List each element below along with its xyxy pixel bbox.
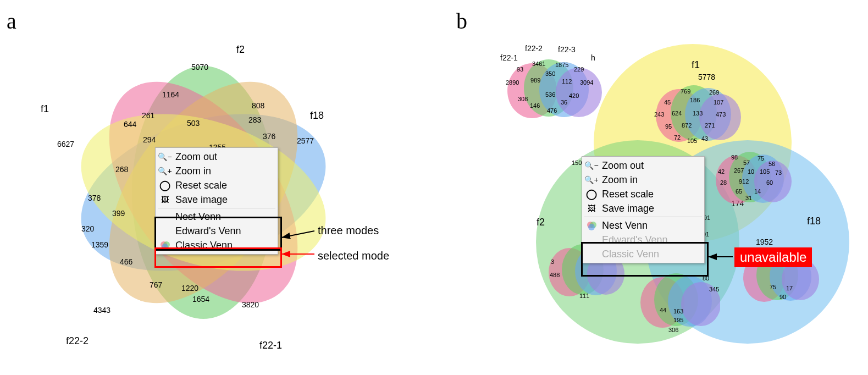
image-icon: 🖼: [585, 202, 598, 214]
venn-value: 14: [754, 188, 761, 195]
menu-item-label: Zoom in: [602, 174, 638, 186]
venn-set-label-f22-2: f22-2: [66, 335, 89, 347]
venn-value: 5070: [191, 63, 208, 71]
venn-value: 912: [739, 178, 749, 185]
zoom-in-icon: 🔍+: [585, 174, 598, 186]
menu-zoom-in[interactable]: 🔍+ Zoom in: [156, 164, 278, 178]
menu-item-label: Nest Venn: [175, 211, 221, 223]
venn-icon: [159, 239, 171, 251]
venn-set-label-f1: f1: [41, 103, 49, 115]
venn-value: 44: [660, 307, 666, 313]
venn-value: 271: [705, 122, 715, 129]
venn-value: 17: [786, 285, 793, 291]
venn-value: 10: [748, 168, 754, 175]
venn-value: 261: [142, 111, 154, 120]
menu-save-image[interactable]: 🖼 Save image: [156, 192, 278, 207]
menu-item-label: Reset scale: [175, 180, 227, 191]
menu-item-label: Zoom out: [175, 151, 217, 163]
venn-value: 3094: [580, 79, 593, 86]
menu-save-image[interactable]: 🖼 Save image: [582, 201, 704, 216]
venn-value: 320: [81, 224, 94, 233]
svg-point-39: [588, 224, 595, 230]
venn-value: 3461: [532, 60, 545, 67]
zoom-out-icon: 🔍−: [585, 159, 598, 172]
reset-icon: ◯: [159, 179, 171, 191]
venn-value: 283: [248, 115, 261, 124]
blank-icon: [585, 248, 598, 260]
menu-edward-venn-disabled: Edward's Venn: [582, 233, 704, 247]
venn-value: 2577: [297, 136, 314, 145]
venn-value: 146: [530, 102, 540, 109]
venn-value: 1654: [192, 295, 209, 304]
venn-value: 36: [561, 99, 567, 106]
venn-value: 186: [690, 97, 700, 103]
venn-value: 5778: [698, 73, 715, 81]
venn-value: 268: [115, 165, 128, 174]
menu-zoom-in[interactable]: 🔍+ Zoom in: [582, 173, 704, 187]
menu-zoom-out[interactable]: 🔍− Zoom out: [156, 150, 278, 164]
annotation-three-modes: three modes: [318, 224, 379, 237]
venn-value: 111: [579, 293, 589, 299]
venn-value: 56: [769, 161, 775, 167]
venn-value: 107: [714, 99, 723, 106]
mini-label-h: h: [591, 53, 595, 62]
venn-set-label-f1: f1: [692, 59, 700, 71]
zoom-in-icon: 🔍+: [159, 165, 171, 177]
venn-value: 3820: [242, 300, 259, 309]
venn-value: 90: [779, 294, 786, 300]
venn-set-label-f18: f18: [807, 216, 821, 227]
menu-edward-venn[interactable]: Edward's Venn: [156, 224, 278, 238]
reset-icon: ◯: [585, 188, 598, 200]
zoom-out-icon: 🔍−: [159, 151, 171, 163]
venn-value: 98: [731, 154, 738, 161]
menu-classic-venn[interactable]: Classic Venn: [156, 238, 278, 252]
menu-reset-scale[interactable]: ◯ Reset scale: [582, 187, 704, 201]
venn-value: 163: [673, 308, 683, 315]
menu-zoom-out[interactable]: 🔍− Zoom out: [582, 158, 704, 173]
venn-value: 376: [263, 132, 275, 141]
venn-value: 624: [672, 110, 682, 117]
venn-value: 43: [701, 135, 708, 142]
venn-value: 350: [545, 70, 555, 77]
venn-value: 308: [518, 96, 528, 102]
venn-value: 808: [252, 101, 264, 110]
venn-value: 488: [550, 272, 560, 278]
venn-value: 42: [718, 168, 725, 175]
venn-value: 473: [716, 111, 726, 118]
venn-value: 294: [143, 135, 156, 144]
venn-value: 28: [720, 179, 727, 186]
venn-value: 80: [703, 275, 709, 282]
venn-value: 6627: [57, 140, 74, 148]
menu-item-label: Nest Venn: [602, 220, 648, 231]
venn-value: 3: [551, 258, 554, 265]
venn-value: 95: [665, 123, 672, 130]
venn-set-label-f2: f2: [236, 44, 245, 56]
venn-value: 150: [572, 159, 582, 166]
venn-value: 466: [120, 257, 132, 266]
venn-value: 345: [709, 286, 719, 293]
menu-item-label: Zoom in: [175, 166, 211, 177]
annotation-unavailable: unavailable: [734, 247, 812, 267]
image-icon: 🖼: [159, 194, 171, 206]
menu-nest-venn[interactable]: Nest Venn: [582, 218, 704, 233]
venn-value: 75: [758, 155, 764, 162]
menu-nest-venn[interactable]: Nest Venn: [156, 209, 278, 224]
menu-item-label: Classic Venn: [175, 240, 233, 251]
venn-value: 112: [562, 78, 572, 85]
venn-set-label-f22-1: f22-1: [259, 340, 282, 351]
venn-value: 60: [766, 179, 773, 186]
venn-value: 133: [693, 110, 703, 117]
venn-value: 1359: [91, 240, 108, 249]
venn-value: 269: [709, 89, 719, 96]
venn-value: 989: [530, 77, 540, 84]
venn-value: 644: [124, 120, 136, 129]
menu-classic-venn-disabled: Classic Venn: [582, 247, 704, 261]
venn-value: 229: [574, 66, 584, 73]
venn-value: 57: [743, 159, 750, 166]
venn-value: 2890: [506, 79, 519, 86]
blank-icon: [159, 211, 171, 223]
menu-reset-scale[interactable]: ◯ Reset scale: [156, 178, 278, 192]
venn-value: 378: [88, 194, 101, 202]
venn-value: 399: [112, 209, 125, 218]
venn-value: 45: [664, 99, 671, 106]
